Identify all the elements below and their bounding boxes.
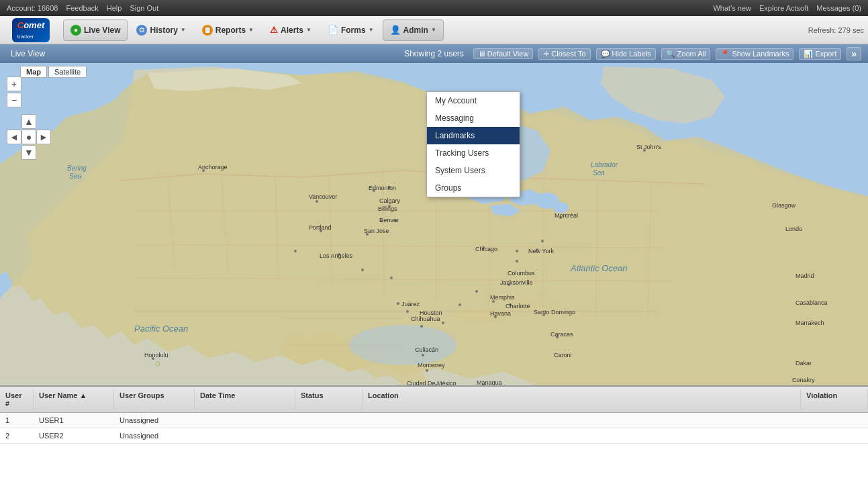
liveview-subnav[interactable]: Live View <box>7 48 49 60</box>
svg-text:Bering: Bering <box>67 164 87 172</box>
hidelabels-button[interactable]: 💬 Hide Labels <box>596 48 656 60</box>
svg-text:Havana: Havana <box>490 310 511 317</box>
svg-text:Houston: Houston <box>420 309 442 316</box>
dropdown-myaccount[interactable]: My Account <box>427 92 520 109</box>
svg-text:Billings: Billings <box>378 205 397 212</box>
map-controls: + − ▲ ◄ ● ► ▼ <box>7 77 51 160</box>
svg-text:Pacific Ocean: Pacific Ocean <box>134 324 188 334</box>
svg-point-20 <box>426 369 428 372</box>
svg-text:Portland: Portland <box>309 224 332 231</box>
svg-text:Chicago: Chicago <box>475 246 497 252</box>
map-tab-map[interactable]: Map <box>20 66 47 78</box>
pan-right-button[interactable]: ► <box>36 130 51 144</box>
history-button[interactable]: ⊙ History ▼ <box>129 19 193 41</box>
pan-down-button[interactable]: ▼ <box>21 145 36 160</box>
svg-point-28 <box>516 260 518 262</box>
history-chevron: ▼ <box>181 27 186 33</box>
dropdown-landmarks[interactable]: Landmarks <box>427 127 520 144</box>
svg-text:San Jose: San Jose <box>364 228 389 234</box>
sub-nav-right: 🖥 Default View ✛ Closest To 💬 Hide Label… <box>473 47 861 60</box>
admin-button[interactable]: 👤 Admin ▼ <box>383 19 444 41</box>
svg-text:Caracas: Caracas <box>550 331 573 338</box>
svg-point-8 <box>316 200 318 203</box>
more-button[interactable]: » <box>847 47 861 60</box>
table-row[interactable]: 2 USER2 Unassigned <box>0 428 868 444</box>
svg-text:Londo: Londo <box>785 226 802 232</box>
svg-text:Monterrey: Monterrey <box>418 362 445 369</box>
svg-text:Honolulu: Honolulu <box>144 352 168 358</box>
row2-num: 2 <box>0 430 34 442</box>
closestto-button[interactable]: ✛ Closest To <box>538 48 590 60</box>
alerts-button[interactable]: ⚠ Alerts ▼ <box>262 19 319 41</box>
pan-up-button[interactable]: ▲ <box>21 114 36 129</box>
svg-point-24 <box>459 303 461 306</box>
admin-dropdown: My Account Messaging Landmarks Tracking … <box>426 91 520 197</box>
signout-link[interactable]: Sign Out <box>130 4 158 12</box>
svg-text:Madrid: Madrid <box>795 273 814 279</box>
liveview-button[interactable]: ● Live View <box>63 19 128 41</box>
liveview-icon: ● <box>70 25 81 36</box>
svg-text:Marrakech: Marrakech <box>795 320 824 326</box>
svg-point-23 <box>442 322 444 324</box>
alerts-chevron: ▼ <box>306 27 311 33</box>
row2-groups: Unassigned <box>114 430 195 442</box>
export-button[interactable]: 📊 Export <box>799 48 841 60</box>
svg-point-5 <box>552 202 569 213</box>
svg-text:Casablanca: Casablanca <box>795 299 828 306</box>
zoomall-icon: 🔍 <box>666 50 675 58</box>
reports-button[interactable]: 📋 Reports ▼ <box>195 19 261 41</box>
svg-text:Los Angeles: Los Angeles <box>320 252 353 259</box>
alerts-label: Alerts <box>281 26 303 35</box>
logo[interactable]: Comettracker <box>4 18 58 42</box>
showlandmarks-button[interactable]: 📍 Show Landmarks <box>716 48 793 60</box>
row1-datetime <box>195 414 295 426</box>
zoom-in-button[interactable]: + <box>7 77 21 91</box>
svg-point-15 <box>390 277 393 279</box>
col-header-location: Location <box>363 389 801 410</box>
row1-groups: Unassigned <box>114 414 195 426</box>
svg-text:Denver: Denver <box>379 217 399 224</box>
table-header: User # User Name ▲ User Groups Date Time… <box>0 387 868 413</box>
explore-link[interactable]: Explore Actsoft <box>759 4 808 12</box>
pan-left-button[interactable]: ◄ <box>7 130 21 144</box>
defaultview-label: Default View <box>487 50 529 58</box>
whatsnew-link[interactable]: What's new <box>713 4 751 12</box>
pan-center-button[interactable]: ● <box>21 130 36 144</box>
zoom-out-button[interactable]: − <box>7 93 21 107</box>
svg-text:Charlotte: Charlotte <box>505 303 530 309</box>
bottom-table: User # User Name ▲ User Groups Date Time… <box>0 385 868 444</box>
defaultview-button[interactable]: 🖥 Default View <box>473 48 534 59</box>
col-header-username[interactable]: User Name ▲ <box>34 389 114 410</box>
forms-button[interactable]: 📄 Forms ▼ <box>320 19 381 41</box>
help-link[interactable]: Help <box>107 4 122 12</box>
closestto-icon: ✛ <box>543 50 549 58</box>
history-icon: ⊙ <box>136 25 147 36</box>
reports-icon: 📋 <box>202 25 213 36</box>
table-row[interactable]: 1 USER1 Unassigned <box>0 413 868 428</box>
map-tab-satellite[interactable]: Satellite <box>48 66 87 78</box>
dropdown-messaging[interactable]: Messaging <box>427 109 520 127</box>
forms-icon: 📄 <box>328 25 338 35</box>
dropdown-trackingusers[interactable]: Tracking Users <box>427 144 520 162</box>
showlandmarks-label: Show Landmarks <box>732 50 789 58</box>
svg-point-16 <box>397 302 399 305</box>
sub-nav: Live View Showing 2 users 🖥 Default View… <box>0 44 868 63</box>
col-header-num: User # <box>0 389 34 410</box>
dropdown-systemusers[interactable]: System Users <box>427 162 520 179</box>
svg-text:Memphis: Memphis <box>490 294 515 301</box>
feedback-link[interactable]: Feedback <box>66 4 98 12</box>
svg-point-32 <box>541 240 544 242</box>
row2-datetime <box>195 430 295 442</box>
messages-link[interactable]: Messages (0) <box>816 4 861 12</box>
row1-violation <box>801 414 868 426</box>
dropdown-groups[interactable]: Groups <box>427 179 520 197</box>
row2-violation <box>801 430 868 442</box>
svg-text:Chihuahua: Chihuahua <box>411 316 440 322</box>
zoomall-button[interactable]: 🔍 Zoom All <box>661 48 711 60</box>
svg-text:Montréal: Montréal <box>554 212 578 219</box>
zoomall-label: Zoom All <box>677 50 706 58</box>
svg-text:Culiacán: Culiacán <box>415 346 438 353</box>
svg-text:Calgary: Calgary <box>379 197 401 204</box>
map-area[interactable]: Anchorage Vancouver Portland Los Angeles… <box>0 63 868 385</box>
svg-point-19 <box>422 354 424 356</box>
